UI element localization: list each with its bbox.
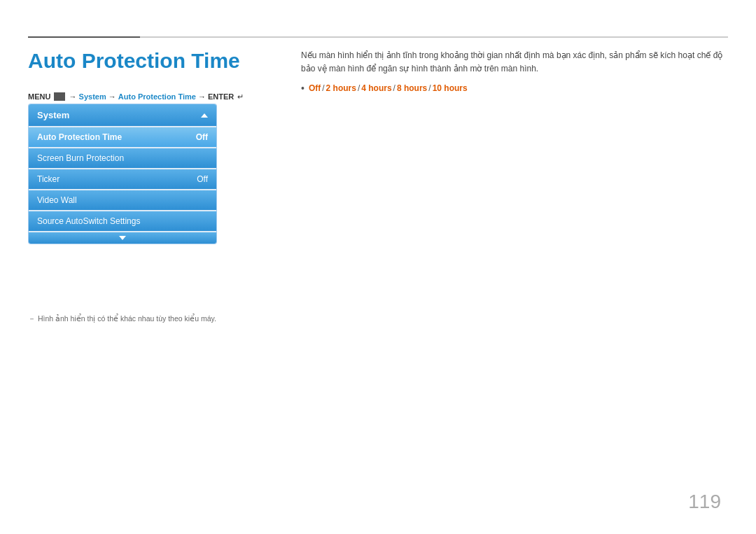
sep4: /: [428, 83, 430, 93]
footnote: － Hình ảnh hiển thị có thể khác nhau tùy…: [28, 314, 216, 324]
accent-divider: [28, 36, 140, 38]
system-panel: System Auto Protection Time Off Screen B…: [28, 104, 217, 244]
menu-item-ticker[interactable]: Ticker Off: [29, 169, 216, 189]
bullet-point: •: [301, 83, 304, 94]
menu-item-label: Auto Protection Time: [37, 132, 122, 142]
option-10hours: 10 hours: [433, 83, 468, 93]
menu-item-source-autoswitch[interactable]: Source AutoSwitch Settings: [29, 211, 216, 231]
menu-item-label: Ticker: [37, 174, 59, 184]
menu-item-value: Off: [197, 174, 208, 184]
system-panel-header: System: [29, 104, 216, 126]
menu-item-value: Off: [196, 132, 208, 142]
sep2: /: [358, 83, 360, 93]
panel-bottom-arrow: [29, 232, 216, 244]
menu-keyword: MENU: [28, 92, 50, 101]
menu-item-label: Video Wall: [37, 195, 77, 205]
menu-icon-box: [54, 92, 65, 101]
menu-enter-label: ENTER: [208, 92, 234, 101]
arrow-sep2: →: [108, 92, 118, 101]
page-title: Auto Protection Time: [28, 49, 240, 73]
option-8hours: 8 hours: [397, 83, 427, 93]
option-2hours: 2 hours: [326, 83, 356, 93]
options-list: • Off / 2 hours / 4 hours / 8 hours / 10…: [301, 83, 468, 94]
menu-system-label: System: [79, 92, 106, 101]
panel-arrow-down: [119, 236, 126, 240]
menu-path: MENU → System → Auto Protection Time → E…: [28, 91, 244, 101]
menu-item-label: Screen Burn Protection: [37, 153, 124, 163]
menu-feature-label: Auto Protection Time: [118, 92, 196, 101]
system-panel-title: System: [37, 110, 69, 120]
enter-icon: ↵: [237, 92, 244, 101]
description-block: Nếu màn hình hiển thị ảnh tĩnh trong kho…: [301, 49, 728, 76]
sep1: /: [322, 83, 324, 93]
arrow-sep3: →: [198, 92, 208, 101]
menu-item-screen-burn[interactable]: Screen Burn Protection: [29, 148, 216, 168]
description-line2: bảo vệ màn hình để ngăn sự hình thành ản…: [301, 64, 538, 73]
page-number: 119: [688, 491, 721, 513]
option-off: Off: [309, 83, 321, 93]
menu-item-label: Source AutoSwitch Settings: [37, 216, 140, 226]
sep3: /: [393, 83, 396, 93]
menu-item-auto-protection[interactable]: Auto Protection Time Off: [29, 127, 216, 147]
menu-item-video-wall[interactable]: Video Wall: [29, 190, 216, 210]
description-line1: Nếu màn hình hiển thị ảnh tĩnh trong kho…: [301, 50, 722, 60]
arrow-sep1: →: [69, 92, 79, 101]
panel-arrow-up: [201, 113, 208, 118]
option-4hours: 4 hours: [361, 83, 391, 93]
